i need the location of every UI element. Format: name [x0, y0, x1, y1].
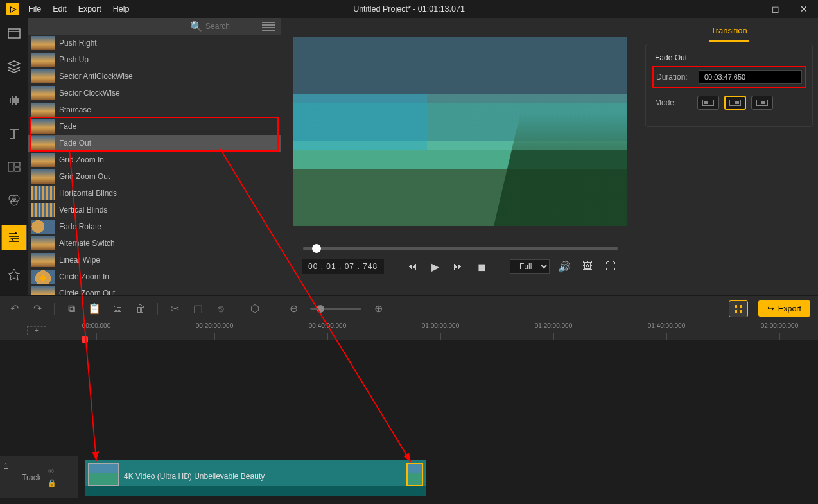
- panel-header: 🔍: [28, 18, 281, 35]
- transition-item[interactable]: Horizontal Blinds: [28, 185, 281, 202]
- transition-item[interactable]: Push Right: [28, 35, 281, 51]
- properties-panel: Transition Fade Out Duration: Mode:: [640, 18, 818, 295]
- transitions-tab-icon[interactable]: [1, 225, 27, 250]
- undo-button[interactable]: ↶: [8, 302, 21, 315]
- transition-item[interactable]: Sector AntiClockWise: [28, 68, 281, 85]
- snapshot-icon[interactable]: 🖼: [579, 258, 596, 275]
- menu-file[interactable]: File: [28, 4, 41, 13]
- tracks-area[interactable]: 1 Track 👁 🔒 4K Video (Ultra HD) Unbeliev…: [0, 340, 818, 503]
- highlight-box-fade: [30, 117, 279, 152]
- zoom-out-button[interactable]: ⊖: [287, 302, 300, 315]
- zoom-handle[interactable]: [317, 305, 324, 313]
- export-button[interactable]: ↪ Export: [758, 300, 810, 317]
- window-controls: — ◻ ✕: [733, 0, 818, 18]
- transition-item[interactable]: Staircase: [28, 101, 281, 118]
- transitions-list[interactable]: Push RightPush UpSector AntiClockWiseSec…: [28, 35, 281, 295]
- properties-tabs: Transition: [640, 18, 818, 44]
- clip-title: 4K Video (Ultra HD) Unbelievable Beauty: [124, 472, 265, 481]
- paste-button[interactable]: 📋: [88, 302, 101, 315]
- time-ruler[interactable]: + 00:00.000 00:20:00.00000:40:00.00001:0…: [0, 321, 818, 340]
- cut-button[interactable]: ✂: [168, 302, 181, 315]
- visibility-icon[interactable]: 👁: [48, 467, 57, 475]
- transition-item[interactable]: Circle Zoom In: [28, 268, 281, 285]
- zoom-slider[interactable]: [310, 308, 361, 310]
- minimize-button[interactable]: —: [733, 0, 761, 18]
- mode-prefix-button[interactable]: [697, 96, 719, 110]
- transition-thumb-icon: [31, 169, 55, 184]
- resolution-select[interactable]: Full: [510, 259, 550, 274]
- split-button[interactable]: ⎋: [214, 302, 227, 315]
- copy-button[interactable]: ⧉: [65, 302, 78, 315]
- track-row: 1 Track 👁 🔒 4K Video (Ultra HD) Unbeliev…: [0, 456, 818, 498]
- lock-icon[interactable]: 🔒: [48, 479, 57, 487]
- transition-item[interactable]: Push Up: [28, 51, 281, 68]
- audio-tab-icon[interactable]: [5, 91, 23, 109]
- transition-props-title: Fade Out: [655, 53, 803, 62]
- clip-end-transition-thumb[interactable]: [406, 463, 423, 486]
- scrub-handle[interactable]: [312, 244, 321, 253]
- video-clip[interactable]: 4K Video (Ultra HD) Unbelievable Beauty: [85, 460, 426, 496]
- clip-area[interactable]: 4K Video (Ultra HD) Unbelievable Beauty: [78, 456, 818, 498]
- prev-frame-button[interactable]: ⏮: [404, 258, 421, 275]
- clipboard-button[interactable]: 🗂: [111, 302, 124, 315]
- transition-label: Circle Zoom Out: [59, 289, 115, 295]
- crop-button[interactable]: ◫: [191, 302, 204, 315]
- split-tab-icon[interactable]: [5, 158, 23, 176]
- menu-help[interactable]: Help: [113, 4, 130, 13]
- close-button[interactable]: ✕: [790, 0, 818, 18]
- transition-item[interactable]: Circle Zoom Out: [28, 285, 281, 295]
- transition-item[interactable]: Linear Wipe: [28, 252, 281, 268]
- main-menu: File Edit Export Help: [28, 4, 130, 13]
- transition-label: Staircase: [59, 105, 91, 114]
- menu-edit[interactable]: Edit: [53, 4, 67, 13]
- scrub-bar[interactable]: [303, 247, 618, 250]
- preview-video[interactable]: [293, 37, 627, 226]
- track-header[interactable]: 1 Track 👁 🔒: [0, 456, 78, 498]
- mode-postfix-button[interactable]: [724, 96, 746, 110]
- transition-item[interactable]: Alternate Switch: [28, 235, 281, 252]
- stop-button[interactable]: ◼: [473, 258, 490, 275]
- redo-button[interactable]: ↷: [31, 302, 44, 315]
- title-bar: ▷ File Edit Export Help Untitled Project…: [0, 0, 818, 18]
- tab-transition[interactable]: Transition: [709, 21, 749, 42]
- transition-item[interactable]: Vertical Blinds: [28, 202, 281, 218]
- transition-item[interactable]: Fade Rotate: [28, 218, 281, 235]
- zoom-in-button[interactable]: ⊕: [372, 302, 385, 315]
- transitions-panel: 🔍 Push RightPush UpSector AntiClockWiseS…: [28, 18, 281, 295]
- transition-thumb-icon: [31, 270, 55, 284]
- render-button[interactable]: [729, 300, 748, 317]
- preview-controls: 00 : 01 : 07 . 748 ⏮ ▶ ⏭ ◼ Full 🔊 🖼 ⛶: [297, 258, 624, 275]
- window-title: Untitled Project* - 01:01:13.071: [353, 4, 465, 13]
- elements-tab-icon[interactable]: [5, 266, 23, 284]
- ruler-tick: 00:20:00.000: [196, 322, 233, 329]
- transition-thumb-icon: [31, 36, 55, 50]
- transition-thumb-icon: [31, 253, 55, 267]
- marker-button[interactable]: ⬡: [248, 302, 261, 315]
- maximize-button[interactable]: ◻: [761, 0, 790, 18]
- media-tab-icon[interactable]: [5, 24, 23, 42]
- transition-item[interactable]: Grid Zoom Out: [28, 168, 281, 185]
- fullscreen-icon[interactable]: ⛶: [602, 258, 619, 275]
- duration-input[interactable]: [699, 70, 802, 84]
- add-track-button[interactable]: +: [27, 326, 46, 335]
- text-tab-icon[interactable]: [5, 125, 23, 143]
- transition-item[interactable]: Sector ClockWise: [28, 85, 281, 101]
- svg-rect-2: [15, 168, 20, 171]
- layers-tab-icon[interactable]: [5, 58, 23, 76]
- transition-label: Vertical Blinds: [59, 205, 107, 214]
- view-mode-icon[interactable]: [262, 21, 275, 31]
- transition-thumb-icon: [31, 186, 55, 200]
- next-frame-button[interactable]: ⏭: [450, 258, 467, 275]
- filters-tab-icon[interactable]: [5, 191, 23, 209]
- volume-icon[interactable]: 🔊: [556, 258, 573, 275]
- svg-point-5: [11, 199, 17, 205]
- mode-overlap-button[interactable]: [751, 96, 773, 110]
- transition-item[interactable]: Grid Zoom In: [28, 152, 281, 168]
- search-input[interactable]: [205, 22, 257, 31]
- play-button[interactable]: ▶: [427, 258, 444, 275]
- menu-export[interactable]: Export: [78, 4, 101, 13]
- ruler-tick: 01:00:00.000: [422, 322, 459, 329]
- delete-button[interactable]: 🗑: [134, 302, 147, 315]
- transition-label: Sector ClockWise: [59, 89, 120, 98]
- transition-thumb-icon: [31, 203, 55, 217]
